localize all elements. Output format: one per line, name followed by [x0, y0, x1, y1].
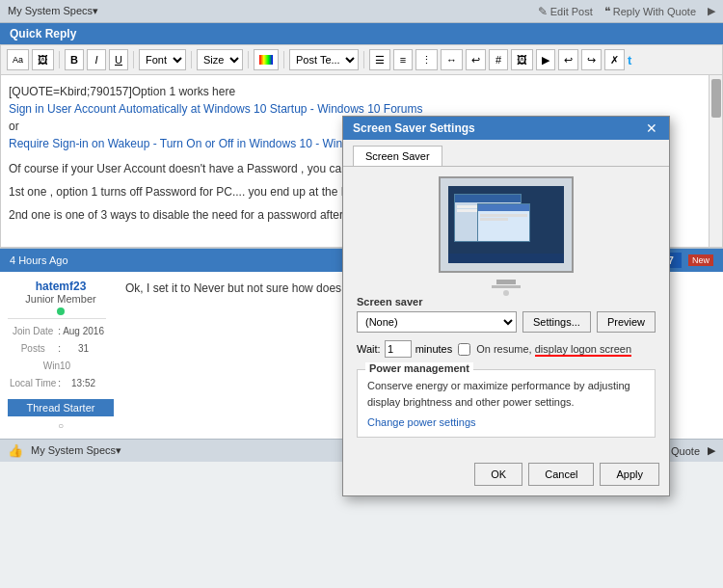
toolbar-sep-1: [59, 51, 60, 68]
toolbar-sep-2: [133, 51, 134, 68]
join-date-value: Aug 2016: [63, 324, 104, 339]
display-logon-text: display logon screen: [535, 343, 631, 357]
quote-icon: [604, 5, 610, 18]
pencil-icon: [538, 5, 548, 18]
toolbar-image-btn[interactable]: 🖼: [32, 49, 54, 70]
toolbar-sep-3: [191, 51, 192, 68]
toolbar-cross-btn[interactable]: ✗: [604, 49, 625, 70]
dialog-footer: OK Cancel Apply: [343, 457, 669, 495]
user-info: hatemf23 Junior Member Join Date : Aug 2…: [8, 280, 114, 431]
quick-reply-header: Quick Reply: [0, 23, 723, 44]
screensaver-preview: [439, 176, 574, 273]
local-time-value: 13:52: [63, 376, 104, 391]
local-time-label: Local Time: [10, 376, 56, 391]
top-bar: My System Specs▾ Edit Post Reply With Qu…: [0, 0, 723, 23]
dialog-tabs: Screen Saver: [343, 140, 669, 167]
posts-value: 31: [63, 341, 104, 357]
power-section: Power management Conserve energy or maxi…: [357, 369, 656, 438]
power-section-title: Power management: [365, 362, 473, 374]
online-status-dot: [57, 307, 65, 315]
dialog-body: Screen saver (None) Settings... Preview …: [343, 167, 669, 457]
editor-scrollbar[interactable]: [709, 75, 722, 247]
link1[interactable]: Sign in User Account Automatically at Wi…: [9, 102, 423, 116]
screensaver-preview-btn[interactable]: Preview: [597, 311, 656, 333]
link2[interactable]: Require Sign-in on Wakeup - Turn On or O…: [9, 137, 359, 150]
new-badge: New: [688, 254, 713, 266]
dialog-ok-btn[interactable]: OK: [474, 463, 522, 486]
user-role: Junior Member: [8, 293, 114, 305]
toolbar-undo-btn[interactable]: ↩: [558, 49, 578, 70]
toolbar-sep-6: [363, 51, 364, 68]
toolbar-bold-btn[interactable]: B: [65, 49, 84, 70]
dialog-titlebar: Screen Saver Settings ✕: [343, 117, 669, 140]
dialog-apply-btn[interactable]: Apply: [600, 463, 659, 486]
toolbar-ol-btn[interactable]: ⋮: [415, 49, 438, 70]
dialog-close-btn[interactable]: ✕: [644, 121, 659, 135]
dialog-cancel-btn[interactable]: Cancel: [528, 463, 594, 486]
monitor-dot: [503, 290, 509, 296]
preview-window-2: [477, 203, 530, 242]
toolbar-color-btn[interactable]: [254, 49, 279, 70]
edit-post-btn[interactable]: Edit Post: [538, 5, 593, 18]
screensaver-settings-btn[interactable]: Settings...: [522, 311, 591, 333]
win-label: Win10: [10, 359, 104, 374]
username[interactable]: hatemf23: [8, 280, 114, 293]
change-power-link[interactable]: Change power settings: [367, 416, 476, 428]
twitter-icon[interactable]: t: [628, 53, 631, 67]
power-text: Conserve energy or maximize performance …: [367, 378, 645, 410]
screensaver-select[interactable]: (None): [357, 311, 517, 333]
wait-row: Wait: minutes On resume, display logon s…: [357, 340, 656, 358]
footer-more-btn[interactable]: ▶: [708, 444, 715, 457]
more-btn[interactable]: ▶: [708, 5, 715, 17]
toolbar-underline-btn[interactable]: U: [109, 49, 128, 70]
screensaver-label: Screen saver: [357, 296, 656, 307]
footer-thumbsup-icon[interactable]: 👍: [8, 443, 23, 458]
reply-with-quote-btn[interactable]: Reply With Quote: [604, 5, 696, 18]
post-time: 4 Hours Ago: [10, 254, 68, 266]
post-format-select[interactable]: Post Te...: [289, 49, 359, 70]
font-select[interactable]: Font: [139, 49, 186, 70]
join-date-label: Join Date: [10, 324, 56, 339]
toolbar-img-insert-btn[interactable]: 🖼: [511, 49, 533, 70]
toolbar-hash-btn[interactable]: #: [489, 49, 508, 70]
resume-text: On resume, display logon screen: [476, 343, 631, 355]
toolbar-list-btn[interactable]: ☰: [369, 49, 390, 70]
wait-unit: minutes: [415, 343, 453, 355]
quote-text: [QUOTE=Kbird;790157]Option 1 works here: [9, 83, 699, 100]
toolbar-outdent-btn[interactable]: ↩: [466, 49, 486, 70]
toolbar-ul-btn[interactable]: ≡: [393, 49, 413, 70]
editor-toolbar: Aa 🖼 B I U Font Size Post Te... ☰ ≡ ⋮ ↔ …: [0, 44, 723, 74]
toolbar-redo-btn[interactable]: ↪: [581, 49, 602, 70]
resume-checkbox[interactable]: [458, 343, 470, 356]
toolbar-sep-4: [248, 51, 249, 68]
thread-starter-btn[interactable]: Thread Starter: [8, 399, 114, 416]
wait-label: Wait:: [357, 343, 381, 355]
user-meta-table: Join Date : Aug 2016 Posts : 31 Win10 Lo…: [8, 318, 106, 393]
monitor-base: [496, 280, 516, 284]
monitor-stand: [492, 285, 521, 288]
toolbar-italic-btn[interactable]: I: [87, 49, 106, 70]
dialog-tab-screensaver[interactable]: Screen Saver: [353, 146, 442, 166]
dialog-title: Screen Saver Settings: [353, 121, 475, 135]
my-system-specs-link[interactable]: My System Specs▾: [8, 5, 98, 17]
toolbar-media-btn[interactable]: ▶: [536, 49, 555, 70]
screensaver-controls: (None) Settings... Preview: [357, 311, 656, 333]
scroll-thumb[interactable]: [711, 79, 721, 118]
size-select[interactable]: Size: [197, 49, 243, 70]
screen-saver-dialog[interactable]: Screen Saver Settings ✕ Screen Saver: [342, 116, 670, 496]
user-extra: ○: [8, 420, 114, 431]
toolbar-sep-5: [283, 51, 284, 68]
footer-system-specs[interactable]: My System Specs▾: [31, 444, 121, 457]
posts-label: Posts: [10, 341, 56, 357]
toolbar-indent-btn[interactable]: ↔: [441, 49, 463, 70]
toolbar-aa-btn[interactable]: Aa: [7, 49, 29, 70]
wait-input[interactable]: [385, 340, 412, 358]
